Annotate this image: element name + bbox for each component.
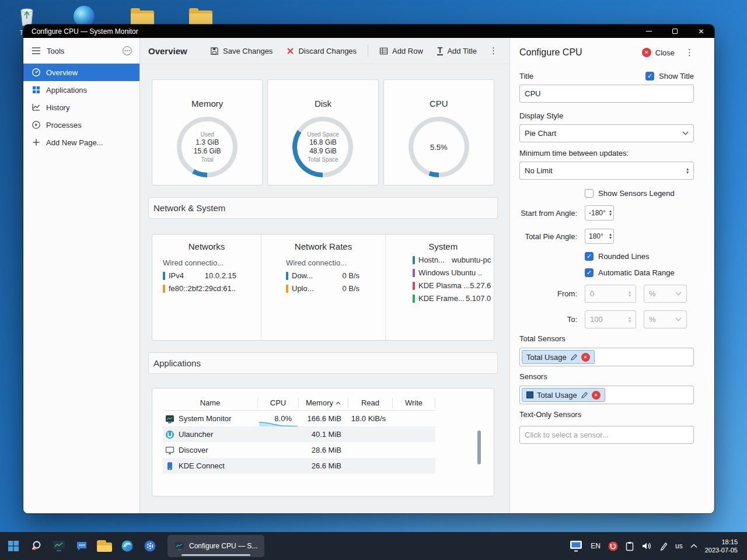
tray-clock[interactable]: 18:15 2023-07-05 [705,538,738,554]
sensor-label: KDE Plasma ... [418,281,470,290]
main-area: Overview Save Changes Discard Changes [140,38,509,513]
rounded-lines-toggle[interactable]: ✓ Rounded Lines [585,252,694,261]
column-header-cpu[interactable]: CPU [258,398,299,408]
automatic-data-range-checkbox[interactable]: ✓ [585,268,594,277]
tray-pen-icon[interactable] [659,541,668,551]
network-rates-column: Network Rates Wired connectio... Dow... … [261,235,385,340]
close-button[interactable]: ✕ [688,24,714,38]
desktop-icon-folder-1[interactable] [124,8,161,26]
edit-pencil-icon[interactable] [581,391,588,399]
table-scrollbar[interactable] [477,430,481,464]
tray-display-icon[interactable] [569,540,583,552]
add-row-button[interactable]: Add Row [373,43,430,59]
table-row-ulauncher[interactable]: Ulauncher 40.1 MiB [163,426,435,442]
app-cpu [258,426,299,442]
from-spinbox[interactable]: 0 ▴▾ [585,285,636,303]
column-title: System [386,242,500,251]
taskbar-app-browser[interactable] [118,536,136,556]
remove-sensor-icon[interactable]: ✕ [581,353,590,362]
total-angle-spinbox[interactable]: 180° ▴▾ [585,229,614,244]
title-input[interactable] [519,85,694,103]
desktop-icon-folder-2[interactable] [182,8,219,26]
gauge-top-label: Used Space [307,131,338,138]
active-task-indicator [181,554,250,556]
show-sensors-legend-toggle[interactable]: Show Sensors Legend [585,189,694,198]
show-title-toggle[interactable]: ✓ Show Title [645,72,694,80]
taskbar-app-settings[interactable] [141,536,159,556]
sidebar-item-add-new-page[interactable]: Add New Page... [23,134,139,151]
rounded-lines-checkbox[interactable]: ✓ [585,252,594,261]
sidebar-item-label: Overview [46,68,78,77]
sensors-input[interactable]: Total Usage ✕ [519,386,694,404]
desktop-icon-browser[interactable] [65,6,103,27]
sidebar-item-history[interactable]: History [23,99,139,116]
to-spinbox[interactable]: 100 ▴▾ [585,310,636,328]
column-header-memory[interactable]: Memory [299,398,348,408]
panel-close-button[interactable]: ✕ Close [642,48,675,57]
maximize-button[interactable] [662,24,688,38]
tray-volume-icon[interactable] [641,541,652,551]
update-interval-spinbox[interactable]: No Limit ▴▾ [519,162,694,180]
tray-language-indicator[interactable]: EN [591,542,601,550]
app-cpu [258,442,299,458]
automatic-data-range-toggle[interactable]: ✓ Automatic Data Range [585,268,694,277]
sensor-color-bar [413,282,415,290]
spinner-arrows-icon[interactable]: ▴▾ [609,209,612,216]
start-button[interactable] [5,536,22,556]
spinner-arrows-icon[interactable]: ▴▾ [686,167,689,174]
sensor-label: IPv4 [169,271,184,280]
start-angle-spinbox[interactable]: -180° ▴▾ [585,205,614,220]
search-icon [30,540,43,552]
tray-show-hidden-icons[interactable] [690,544,697,548]
column-title: Network Rates [261,242,385,251]
discard-changes-button[interactable]: Discard Changes [280,43,363,59]
table-row-kde-connect[interactable]: KDE Connect 26.6 MiB [163,458,435,474]
toolbar-overflow-icon[interactable]: ⋮ [484,43,502,58]
total-sensors-input[interactable]: Total Usage ✕ [519,348,694,366]
gauge-total-value: 15.6 GiB [194,147,221,156]
search-button[interactable] [27,536,45,556]
column-header-memory-label: Memory [306,398,333,408]
sidebar-item-overview[interactable]: Overview [23,64,139,81]
memory-gauge-ring: Used 1.3 GiB 15.6 GiB Total [177,117,238,177]
spinner-arrows-icon[interactable]: ▴▾ [609,233,612,240]
panel-overflow-icon[interactable]: ⋮ [680,45,694,60]
gauge-bottom-label: Total Space [308,156,338,163]
column-header-name[interactable]: Name [163,398,258,408]
column-header-read[interactable]: Read [348,398,393,408]
taskbar-app-chat[interactable] [73,536,90,556]
taskbar-app-monitor[interactable] [50,536,68,556]
gauge-title: Disk [315,99,331,108]
text-only-sensors-input[interactable] [519,426,694,444]
tray-updates-icon[interactable] [608,541,618,551]
taskbar-task-configure-cpu[interactable]: Configure CPU — S... [167,535,264,557]
taskbar-app-files[interactable] [96,536,113,556]
sidebar-item-applications[interactable]: Applications [23,81,139,99]
sidebar-item-processes[interactable]: Processes [23,116,139,134]
sidebar-overflow-icon[interactable] [122,46,132,56]
tray-keyboard-layout[interactable]: us [675,542,683,550]
show-title-checkbox[interactable]: ✓ [645,72,654,80]
text-only-sensors-label: Text-Only Sensors [519,410,694,419]
to-unit-select[interactable]: % [644,310,687,328]
disk-card: Disk Used Space 16.8 GiB 48.9 GiB Total … [267,79,378,186]
remove-sensor-icon[interactable]: ✕ [592,391,601,400]
close-circle-icon: ✕ [642,48,651,57]
kde-connect-app-icon [165,461,174,471]
gauge-used-value: 16.8 GiB [309,138,337,147]
column-header-write[interactable]: Write [393,398,435,408]
titlebar[interactable]: Configure CPU — System Monitor ✕ [23,24,714,38]
save-changes-button[interactable]: Save Changes [204,43,279,59]
show-sensors-legend-checkbox[interactable] [585,189,594,198]
gauge-top-label: Used [200,131,214,138]
minimize-button[interactable] [636,24,662,38]
from-unit-select[interactable]: % [644,285,687,303]
tray-clipboard-icon[interactable] [626,541,634,551]
network-system-card: Networks Wired connectio... IPv4 10.0.2.… [152,234,494,341]
table-row-system-monitor[interactable]: System Monitor 8.0% 166.6 MiB 18.0 KiB/ [163,411,435,426]
add-title-button[interactable]: T Add Title [431,43,483,59]
hamburger-icon[interactable] [32,47,41,55]
table-row-discover[interactable]: Discover 28.6 MiB [163,442,435,458]
display-style-select[interactable]: Pie Chart [519,124,694,142]
edit-pencil-icon[interactable] [570,354,578,361]
